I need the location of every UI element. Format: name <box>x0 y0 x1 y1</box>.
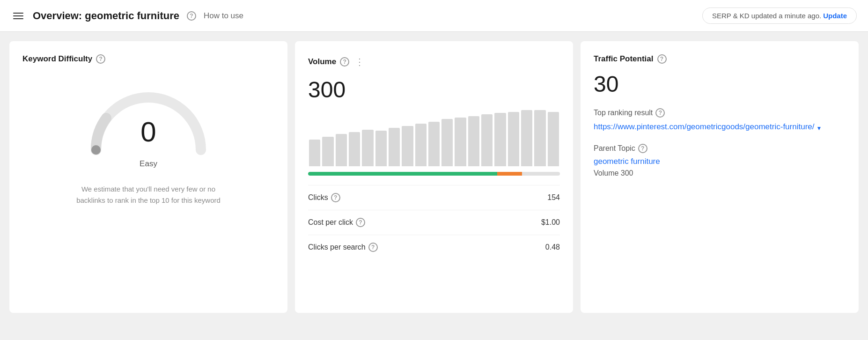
volume-number: 300 <box>308 77 560 103</box>
chart-bar <box>428 122 440 166</box>
kd-label: Easy <box>140 159 157 169</box>
parent-topic-help-icon[interactable]: ? <box>638 144 647 153</box>
cps-label: Clicks per search <box>308 243 366 251</box>
kd-help-icon[interactable]: ? <box>96 54 105 64</box>
top-ranking-help-icon[interactable]: ? <box>655 108 665 118</box>
kd-card-title: Keyword Difficulty <box>22 54 92 64</box>
cpc-value: $1.00 <box>541 218 560 227</box>
url-chevron-icon: ▼ <box>816 125 822 133</box>
kd-card-header: Keyword Difficulty ? <box>22 54 105 64</box>
gauge-container: 0 <box>83 81 214 155</box>
clicks-metric-row: Clicks ? 154 <box>308 185 560 210</box>
top-ranking-label: Top ranking result ? <box>594 108 846 118</box>
chart-bar <box>494 113 506 166</box>
chart-bar <box>534 110 545 166</box>
title-help-icon[interactable]: ? <box>187 11 196 21</box>
chart-bar <box>415 124 427 166</box>
chart-bar <box>548 112 559 166</box>
chart-bar <box>508 112 519 166</box>
tp-card-title: Traffic Potential <box>594 54 654 64</box>
clicks-value: 154 <box>547 193 560 202</box>
chart-bar <box>322 137 333 166</box>
volume-card-title: Volume <box>308 57 336 67</box>
chart-bar <box>455 118 466 166</box>
clicks-help-icon[interactable]: ? <box>331 193 340 202</box>
chart-bar <box>362 130 373 166</box>
volume-card-header: Volume ? ⋮ <box>308 54 560 69</box>
app-header: Overview: geometric furniture ? How to u… <box>0 0 868 32</box>
progress-bar-green <box>308 172 497 176</box>
chart-bar <box>389 128 400 166</box>
cps-help-icon[interactable]: ? <box>368 243 378 252</box>
cpc-metric-row: Cost per click ? $1.00 <box>308 210 560 235</box>
main-content: Keyword Difficulty ? 0 Easy We estimate … <box>0 32 868 322</box>
traffic-potential-card: Traffic Potential ? 30 Top ranking resul… <box>581 41 859 313</box>
chart-bar <box>336 134 347 166</box>
volume-more-icon[interactable]: ⋮ <box>353 54 367 69</box>
tp-number: 30 <box>594 71 846 97</box>
hamburger-menu-icon[interactable] <box>11 11 25 21</box>
parent-topic-link[interactable]: geometric furniture <box>594 157 846 166</box>
volume-progress-bar <box>308 172 560 176</box>
keyword-difficulty-card: Keyword Difficulty ? 0 Easy We estimate … <box>9 41 287 313</box>
chart-bar <box>468 116 479 166</box>
volume-card: Volume ? ⋮ 300 Clicks ? 154 Cost per cli… <box>295 41 573 313</box>
page-title: Overview: geometric furniture <box>33 10 179 22</box>
top-ranking-url[interactable]: https://www.pinterest.com/geometricgoods… <box>594 121 846 133</box>
tp-help-icon[interactable]: ? <box>657 54 667 64</box>
volume-card-header-left: Volume ? <box>308 57 349 67</box>
cps-label-group: Clicks per search ? <box>308 243 378 252</box>
how-to-use-link[interactable]: How to use <box>204 11 243 21</box>
progress-bar-orange <box>497 172 522 176</box>
chart-bar <box>481 114 493 166</box>
update-status-text: SERP & KD updated a minute ago. <box>712 12 821 20</box>
kd-description: We estimate that you'll need very few or… <box>69 184 228 206</box>
gauge-needle-dot <box>91 145 101 155</box>
chart-bar <box>521 110 532 166</box>
chart-bar <box>375 131 387 166</box>
cpc-label-group: Cost per click ? <box>308 218 365 227</box>
tp-card-header: Traffic Potential ? <box>594 54 846 64</box>
clicks-label-group: Clicks ? <box>308 193 340 202</box>
cps-metric-row: Clicks per search ? 0.48 <box>308 235 560 259</box>
cpc-help-icon[interactable]: ? <box>356 218 365 227</box>
chart-bar <box>441 119 453 166</box>
clicks-label: Clicks <box>308 193 328 202</box>
update-link[interactable]: Update <box>823 12 847 20</box>
chart-bar <box>309 140 320 166</box>
chart-bar <box>402 126 413 166</box>
parent-topic-volume: Volume 300 <box>594 169 633 177</box>
volume-help-icon[interactable]: ? <box>340 57 349 67</box>
cpc-label: Cost per click <box>308 218 353 227</box>
kd-score: 0 <box>140 118 156 146</box>
chart-bar <box>349 132 360 166</box>
update-status-badge: SERP & KD updated a minute ago. Update <box>702 7 857 24</box>
cps-value: 0.48 <box>545 243 560 251</box>
parent-topic-label: Parent Topic ? <box>594 144 846 153</box>
volume-bar-chart <box>308 110 560 166</box>
